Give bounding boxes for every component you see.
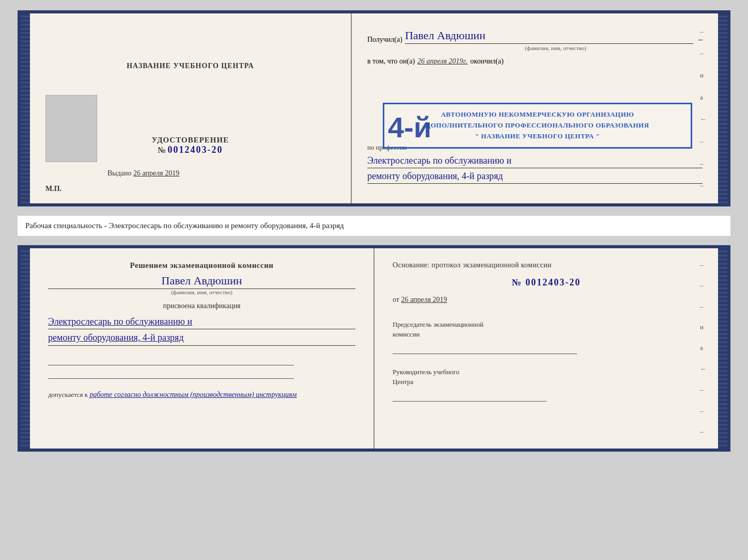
doc-left-panel: НАЗВАНИЕ УЧЕБНОГО ЦЕНТРА УДОСТОВЕРЕНИЕ №… [30, 13, 352, 203]
top-document: НАЗВАНИЕ УЧЕБНОГО ЦЕНТРА УДОСТОВЕРЕНИЕ №… [18, 10, 730, 206]
bottom-spine-right [718, 248, 727, 449]
page-wrapper: НАЗВАНИЕ УЧЕБНОГО ЦЕНТРА УДОСТОВЕРЕНИЕ №… [18, 10, 730, 452]
middle-text: Рабочая специальность - Электрослесарь п… [18, 216, 730, 236]
director-block: Руководитель учебного Центра [393, 367, 700, 402]
bottom-right-panel: Основание: протокол экзаменационной коми… [375, 248, 718, 449]
bmark6: ← [700, 365, 707, 373]
mark-arrow: ← [700, 115, 707, 123]
dash3: – [700, 137, 707, 146]
qualification-line1: Электрослесарь по обслуживанию и [48, 314, 355, 330]
bottom-person-subtitle: (фамилия, имя, отчество) [48, 289, 355, 295]
bottom-side-marks: – – – и а ← – – – [700, 248, 707, 449]
mark-i: и [700, 71, 707, 79]
recipient-line: Получил(а) Павел Авдюшин – [367, 29, 703, 44]
signature-lines [48, 355, 355, 379]
commission-title: Решением экзаменационной комиссии [48, 261, 355, 270]
doc-spine-left [21, 13, 30, 203]
bmark1: – [700, 261, 707, 269]
big-number-overlay: 4-й [388, 113, 431, 142]
director-line1: Руководитель учебного [393, 367, 700, 377]
допускается-prefix: допускается к [48, 391, 88, 398]
cert-label: УДОСТОВЕРЕНИЕ [152, 136, 229, 145]
vtom-date: 26 апреля 2019г. [417, 57, 467, 66]
issued-block: Выдано 26 апреля 2019 [107, 169, 179, 178]
допускается-value: работе согласно должностным (производств… [89, 391, 297, 398]
bmark9: – [700, 427, 707, 436]
cert-number: 0012403-20 [168, 145, 223, 155]
dash5: – [700, 181, 707, 189]
sig-line-2 [48, 369, 294, 379]
profession-block: по профессии Электрослесарь по обслужива… [367, 142, 703, 184]
bottom-spine-left [21, 248, 30, 449]
director-signature [393, 391, 547, 402]
bmark8: – [700, 407, 707, 415]
dash2: – [700, 49, 707, 57]
protocol-date-block: от 26 апреля 2019 [393, 296, 700, 304]
mp-label: М.П. [45, 185, 61, 193]
vtom-finished: окончил(а) [470, 57, 504, 66]
org-title-left: НАЗВАНИЕ УЧЕБНОГО ЦЕНТРА [127, 62, 254, 70]
assigned-label: присвоена квалификация [48, 302, 355, 310]
chairman-line2: комиссии [393, 329, 700, 340]
director-line2: Центра [393, 377, 700, 387]
issued-date: 26 апреля 2019 [133, 169, 179, 177]
photo-placeholder [45, 95, 97, 162]
dash1: – [700, 27, 707, 36]
cert-number-prefix: № [158, 146, 165, 154]
protocol-date: 26 апреля 2019 [401, 296, 447, 303]
protocol-date-prefix: от [393, 296, 399, 303]
org-name: " НАЗВАНИЕ УЧЕБНОГО ЦЕНТРА " [392, 131, 683, 142]
vtom-prefix: в том, что он(а) [367, 57, 415, 66]
допускается-block: допускается к работе согласно должностны… [48, 391, 355, 399]
bottom-left-panel: Решением экзаменационной комиссии Павел … [30, 248, 375, 449]
protocol-number: № 0012403-20 [393, 277, 700, 288]
org-line1: АВТОНОМНУЮ НЕКОММЕРЧЕСКУЮ ОРГАНИЗАЦИЮ [392, 109, 683, 120]
doc-spine-right [718, 13, 727, 203]
основание-label: Основание: протокол экзаменационной коми… [393, 261, 700, 269]
bmark3: – [700, 302, 707, 311]
recipient-name: Павел Авдюшин [405, 29, 693, 44]
chairman-signature [393, 344, 577, 354]
profession-label: по профессии [367, 143, 407, 151]
bottom-person-block: Павел Авдюшин (фамилия, имя, отчество) [48, 274, 355, 295]
mark-a: а [700, 93, 707, 102]
doc-right-panel: Получил(а) Павел Авдюшин – (фамилия, имя… [352, 13, 718, 203]
bmark4: и [700, 323, 707, 331]
profession-line2: ремонту оборудования, 4-й разряд [367, 169, 703, 184]
bottom-document: Решением экзаменационной комиссии Павел … [18, 245, 730, 452]
dash4: – [700, 159, 707, 168]
chairman-block: Председатель экзаменационной комиссии [393, 319, 700, 354]
recipient-label: Получил(а) [367, 36, 402, 44]
recipient-block: Получил(а) Павел Авдюшин – (фамилия, имя… [367, 24, 703, 51]
org-line2: ДОПОЛНИТЕЛЬНОГО ПРОФЕССИОНАЛЬНОГО ОБРАЗО… [392, 120, 683, 131]
issued-label: Выдано [107, 169, 132, 177]
bottom-person-name: Павел Авдюшин [48, 274, 355, 289]
recipient-subtitle: (фамилия, имя, отчество) [409, 45, 703, 51]
cert-number-line: № 0012403-20 [152, 145, 229, 155]
qualification-line2: ремонту оборудования, 4-й разряд [48, 330, 355, 346]
bmark5: а [700, 344, 707, 352]
qualification-block: Электрослесарь по обслуживанию и ремонту… [48, 314, 355, 346]
profession-line1: Электрослесарь по обслуживанию и [367, 154, 703, 168]
right-side-dashes: – – и а ← – – – [700, 13, 707, 203]
sig-line-1 [48, 355, 294, 365]
bmark2: – [700, 281, 707, 290]
vtom-block: в том, что он(а) 26 апреля 2019г. окончи… [367, 57, 703, 66]
bmark7: – [700, 386, 707, 394]
cert-number-block: УДОСТОВЕРЕНИЕ № 0012403-20 [152, 136, 229, 155]
chairman-line1: Председатель экзаменационной [393, 319, 700, 330]
stamp-area: 4-й АВТОНОМНУЮ НЕКОММЕРЧЕСКУЮ ОРГАНИЗАЦИ… [367, 72, 703, 134]
